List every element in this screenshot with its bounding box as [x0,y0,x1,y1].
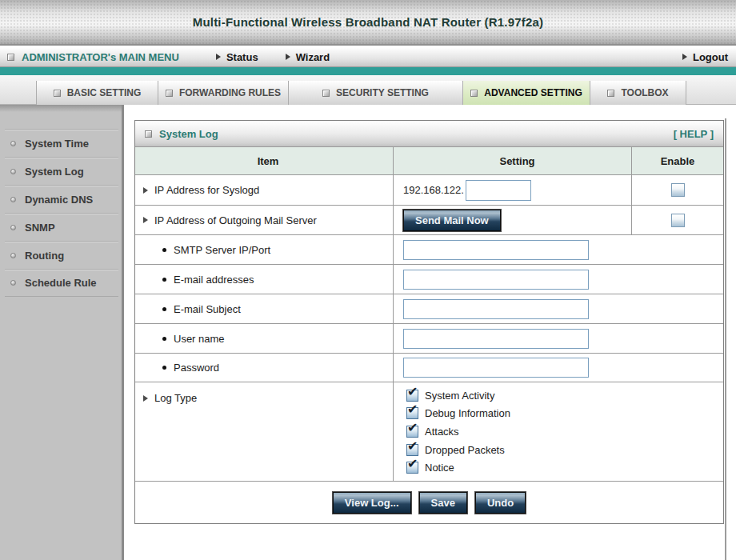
title-bar: Multi-Functional Wireless Broadband NAT … [0,0,736,46]
checkbox-label: Debug Information [425,407,510,419]
row-email-addresses: E-mail addresses [135,264,723,294]
undo-button[interactable]: Undo [475,492,526,514]
sidebar-item-schedule-rule[interactable]: Schedule Rule [5,269,118,297]
bullet-icon [162,307,166,311]
username-input[interactable] [403,329,589,349]
sidebar-item-system-log[interactable]: System Log [5,157,118,185]
tab-advanced-setting[interactable]: ADVANCED SETTING [462,81,590,105]
syslogd-ip-input[interactable] [466,180,531,201]
save-button[interactable]: Save [419,492,467,514]
panel-title-bar: System Log [ HELP ] [135,121,723,146]
sidebar-item-label: Routing [25,250,64,262]
row-label: E-mail Subject [174,303,241,315]
smtp-server-input[interactable] [403,240,589,260]
menu-wizard-label: Wizard [296,51,330,63]
main-menu-label: ADMINISTRATOR's MAIN MENU [22,51,179,63]
tab-basic-setting[interactable]: BASIC SETTING [36,81,158,105]
row-smtp-server: SMTP Server IP/Port [135,234,723,264]
menu-item-logout[interactable]: Logout [682,51,728,63]
table-header-row: Item Setting Enable [135,146,723,174]
system-activity-checkbox[interactable]: ✔ [406,390,418,402]
menu-item-wizard[interactable]: Wizard [286,51,330,63]
system-log-panel: System Log [ HELP ] Item Setting Enable … [134,120,724,524]
log-type-option: ✔ Debug Information [406,406,510,422]
tab-label: FORWARDING RULES [179,87,281,98]
log-type-option: ✔ Dropped Packets [406,442,505,458]
sidebar-item-label: System Log [25,166,84,178]
tab-toolbox[interactable]: TOOLBOX [590,81,686,105]
square-bullet-icon [607,90,614,97]
arrow-right-icon [216,54,221,60]
help-link[interactable]: [ HELP ] [674,128,714,140]
sidebar-divider [122,105,124,560]
checkbox-label: Attacks [425,426,459,438]
sidebar-item-system-time[interactable]: System Time [5,129,118,157]
sidebar-item-label: Schedule Rule [25,277,97,289]
row-label: User name [174,333,225,345]
page-title: Multi-Functional Wireless Broadband NAT … [193,15,544,29]
email-addresses-input[interactable] [403,270,589,290]
bullet-icon [10,280,16,286]
sidebar: System Time System Log Dynamic DNS SNMP … [0,105,122,560]
row-label: Password [174,362,219,374]
square-bullet-icon [54,90,61,97]
menu-logout-label: Logout [693,51,728,63]
square-bullet-icon [322,90,330,97]
sidebar-item-label: SNMP [25,222,55,234]
checkbox-label: System Activity [425,390,494,402]
debug-information-checkbox[interactable]: ✔ [406,407,418,419]
menu-item-status[interactable]: Status [216,51,258,63]
checkmark-icon: ✔ [407,403,418,416]
syslogd-ip-prefix: 192.168.122. [403,184,464,196]
arrow-right-icon [286,54,290,60]
row-label: IP Address of Outgoing Mail Server [154,214,317,226]
menu-status-label: Status [226,51,258,63]
log-type-option: ✔ Attacks [406,423,459,440]
tab-forwarding-rules[interactable]: FORWARDING RULES [158,81,288,105]
tab-label: ADVANCED SETTING [484,87,582,98]
column-header-enable: Enable [631,147,723,174]
square-bullet-icon [470,90,478,97]
sidebar-item-dynamic-dns[interactable]: Dynamic DNS [5,185,118,213]
bullet-icon [10,141,16,146]
square-bullet-icon [166,90,173,97]
sidebar-item-snmp[interactable]: SNMP [5,213,118,241]
syslogd-enable-checkbox[interactable] [671,183,685,197]
notice-checkbox[interactable]: ✔ [406,462,418,474]
arrow-right-icon [143,217,148,223]
dropped-packets-checkbox[interactable]: ✔ [406,444,418,456]
checkmark-icon: ✔ [407,458,418,470]
checkmark-icon: ✔ [407,440,418,453]
teal-divider-bar [0,67,736,75]
bullet-icon [10,169,16,174]
bullet-icon [162,248,166,252]
bullet-icon [10,253,16,258]
router-admin-page: Multi-Functional Wireless Broadband NAT … [0,0,736,560]
arrow-right-icon [682,54,687,60]
square-bullet-icon [7,54,14,61]
send-mail-now-button[interactable]: Send Mail Now [403,210,501,231]
row-label: IP Address for Syslogd [154,184,259,196]
arrow-right-icon [143,395,148,402]
checkbox-label: Notice [425,462,454,474]
log-type-option: ✔ System Activity [406,387,494,404]
bullet-icon [10,225,16,230]
bullet-icon [10,197,16,202]
password-input[interactable] [403,358,589,378]
row-password: Password [135,353,723,382]
mail-enable-checkbox[interactable] [671,214,685,227]
row-ip-address-for-syslogd: IP Address for Syslogd 192.168.122. [135,174,723,205]
attacks-checkbox[interactable]: ✔ [406,426,418,438]
row-label: E-mail addresses [174,274,254,286]
log-type-option: ✔ Notice [406,459,454,476]
row-email-subject: E-mail Subject [135,294,723,323]
bullet-icon [162,278,166,282]
sidebar-item-label: System Time [25,138,89,150]
sidebar-item-routing[interactable]: Routing [5,241,118,269]
view-log-button[interactable]: View Log... [333,492,411,514]
sidebar-menu: System Time System Log Dynamic DNS SNMP … [5,129,118,297]
row-outgoing-mail-server: IP Address of Outgoing Mail Server Send … [135,205,723,234]
tab-security-setting[interactable]: SECURITY SETTING [288,81,462,105]
email-subject-input[interactable] [403,299,589,319]
bullet-icon [162,337,166,341]
